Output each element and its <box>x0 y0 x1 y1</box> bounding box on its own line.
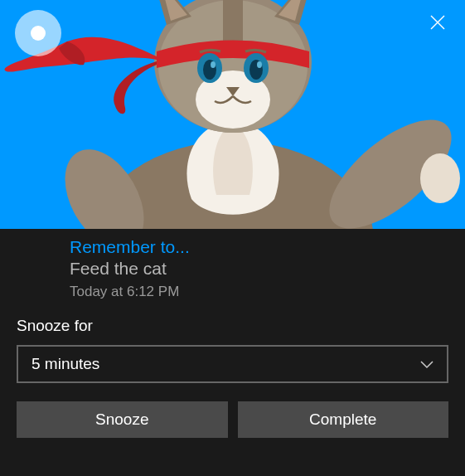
close-icon <box>430 15 445 30</box>
content-section: Remember to... Feed the cat Today at 6:1… <box>0 229 465 454</box>
chevron-down-icon <box>420 355 434 373</box>
svg-point-12 <box>211 61 216 68</box>
reminder-heading: Remember to... <box>70 237 448 257</box>
reminder-block: Remember to... Feed the cat Today at 6:1… <box>17 237 448 300</box>
reminder-title: Feed the cat <box>70 259 448 279</box>
snooze-dropdown-value: 5 minutes <box>31 355 99 373</box>
snooze-button[interactable]: Snooze <box>17 401 228 438</box>
snooze-dropdown[interactable]: 5 minutes <box>17 345 448 383</box>
svg-rect-7 <box>223 0 243 41</box>
svg-point-13 <box>257 61 262 68</box>
reminder-time: Today at 6:12 PM <box>70 284 448 300</box>
close-button[interactable] <box>425 10 450 35</box>
hero-section <box>0 0 465 229</box>
svg-point-3 <box>420 153 460 203</box>
cortana-dot <box>31 26 46 41</box>
button-row: Snooze Complete <box>17 401 448 438</box>
cortana-icon <box>15 10 61 56</box>
cat-illustration <box>1 0 465 229</box>
snooze-label: Snooze for <box>17 317 448 335</box>
complete-button[interactable]: Complete <box>238 401 449 438</box>
